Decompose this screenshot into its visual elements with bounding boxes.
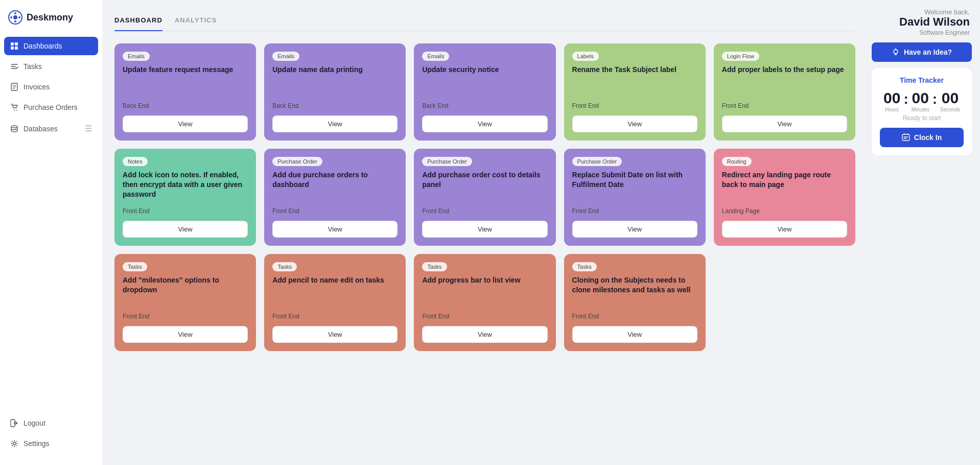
sidebar-item-purchase-orders-label: Purchase Orders	[24, 103, 78, 111]
card-card-13: Tasks Add progress bar to list view Fron…	[414, 254, 555, 351]
logo-icon	[8, 10, 22, 25]
databases-menu-icon: ☰	[85, 124, 92, 133]
card-view-button[interactable]: View	[722, 221, 847, 238]
card-view-button[interactable]: View	[272, 115, 398, 132]
card-badge: Emails	[422, 52, 449, 61]
card-view-button[interactable]: View	[123, 326, 248, 343]
tab-dashboard[interactable]: DASHBOARD	[114, 12, 162, 31]
svg-point-5	[18, 16, 20, 18]
minutes-value: 00	[912, 90, 929, 106]
svg-point-2	[14, 12, 16, 14]
card-view-button[interactable]: View	[123, 221, 248, 238]
idea-button-label: Have an Idea?	[904, 48, 952, 56]
welcome-section: Welcome back, David Wilson Software Engi…	[872, 8, 972, 36]
sidebar-item-tasks[interactable]: Tasks	[4, 57, 98, 76]
databases-icon	[10, 125, 18, 133]
seconds-label: Seconds	[940, 107, 960, 112]
settings-icon	[10, 439, 18, 448]
card-view-button[interactable]: View	[422, 221, 547, 238]
card-view-button[interactable]: View	[572, 221, 697, 238]
tab-analytics[interactable]: ANALYTICS	[175, 12, 217, 31]
card-card-6: Notes Add lock icon to notes. If enabled…	[114, 149, 256, 246]
purchase-orders-icon	[10, 103, 18, 111]
sidebar-item-dashboards[interactable]: Dashboards	[4, 37, 98, 55]
colon-1: :	[903, 91, 908, 107]
ready-status: Ready to start	[880, 114, 964, 122]
have-an-idea-button[interactable]: Have an Idea?	[872, 42, 972, 62]
sidebar-item-tasks-label: Tasks	[24, 62, 42, 71]
card-subtitle: Back End	[123, 102, 248, 109]
card-title: Replace Submit Date on list with Fulfilm…	[572, 170, 697, 203]
card-badge: Notes	[123, 157, 148, 166]
card-badge: Emails	[272, 52, 299, 61]
logout-icon	[10, 419, 18, 427]
time-tracker-card: Time Tracker 00 Hours : 00 Minutes : 00 …	[872, 68, 972, 155]
card-card-9: Purchase Order Replace Submit Date on li…	[564, 149, 706, 246]
user-role: Software Engineer	[872, 29, 970, 36]
nav-items: Dashboards Tasks Invoices Purchase Order…	[0, 37, 102, 414]
card-view-button[interactable]: View	[572, 115, 697, 132]
card-card-8: Purchase Order Add purchase order cost t…	[414, 149, 555, 246]
hours-label: Hours	[885, 107, 899, 112]
sidebar-item-logout[interactable]: Logout	[4, 414, 98, 432]
card-subtitle: Front End	[123, 207, 248, 215]
card-badge: Purchase Order	[572, 157, 622, 166]
sidebar-item-databases-label: Databases	[24, 125, 58, 133]
seconds-segment: 00 Seconds	[940, 90, 960, 112]
svg-point-3	[14, 20, 16, 22]
card-title: Update security notice	[422, 65, 547, 98]
card-title: Add due purchase orders to dashboard	[272, 170, 398, 203]
card-view-button[interactable]: View	[722, 115, 847, 132]
minutes-label: Minutes	[912, 107, 929, 112]
card-card-14: Tasks Cloning on the Subjects needs to c…	[564, 254, 706, 351]
card-subtitle: Back End	[422, 102, 547, 109]
tabs-bar: DASHBOARD ANALYTICS	[114, 12, 855, 31]
svg-point-1	[13, 15, 17, 19]
card-title: Update name data printing	[272, 65, 398, 98]
card-view-button[interactable]: View	[422, 115, 547, 132]
card-subtitle: Front End	[572, 207, 697, 215]
sidebar-item-purchase-orders[interactable]: Purchase Orders	[4, 98, 98, 117]
card-card-2: Emails Update name data printing Back En…	[264, 43, 406, 141]
card-title: Add proper labels to the setup page	[722, 65, 847, 98]
sidebar-item-settings[interactable]: Settings	[4, 434, 98, 453]
card-badge: Tasks	[123, 262, 147, 271]
card-subtitle: Front End	[722, 102, 847, 109]
svg-point-12	[16, 110, 17, 111]
card-subtitle: Front End	[572, 102, 697, 109]
sidebar-item-dashboards-label: Dashboards	[24, 42, 62, 50]
svg-rect-6	[11, 42, 14, 45]
card-view-button[interactable]: View	[272, 221, 398, 238]
lightbulb-icon	[892, 48, 900, 56]
time-tracker-title: Time Tracker	[880, 76, 964, 84]
sidebar: Deskmony Dashboards Tasks Invoice	[0, 0, 102, 465]
sidebar-item-invoices[interactable]: Invoices	[4, 78, 98, 96]
card-card-11: Tasks Add "milestones" options to dropdo…	[114, 254, 256, 351]
svg-rect-7	[15, 42, 18, 45]
right-panel: Welcome back, David Wilson Software Engi…	[868, 0, 980, 465]
card-view-button[interactable]: View	[422, 326, 547, 343]
card-badge: Tasks	[422, 262, 447, 271]
welcome-greeting: Welcome back,	[872, 8, 970, 16]
card-title: Add "milestones" options to dropdown	[123, 275, 248, 309]
card-view-button[interactable]: View	[572, 326, 697, 343]
card-subtitle: Landing Page	[722, 207, 847, 215]
sidebar-item-databases[interactable]: Databases ☰	[4, 119, 98, 138]
card-subtitle: Front End	[422, 207, 547, 215]
card-card-12: Tasks Add pencil to name edit on tasks F…	[264, 254, 406, 351]
card-badge: Tasks	[572, 262, 597, 271]
card-title: Rename the Task Subject label	[572, 65, 697, 98]
card-view-button[interactable]: View	[272, 326, 398, 343]
card-card-7: Purchase Order Add due purchase orders t…	[264, 149, 406, 246]
clock-in-button[interactable]: Clock In	[880, 128, 964, 147]
svg-point-11	[14, 110, 15, 111]
card-view-button[interactable]: View	[123, 115, 248, 132]
sidebar-bottom: Logout Settings	[0, 414, 102, 455]
app-name: Deskmony	[27, 12, 73, 23]
cards-grid: Emails Update feature request message Ba…	[114, 43, 855, 351]
main-content: DASHBOARD ANALYTICS Emails Update featur…	[102, 0, 868, 465]
minutes-segment: 00 Minutes	[912, 90, 929, 112]
card-title: Add lock icon to notes. If enabled, then…	[123, 170, 248, 203]
card-card-10: Routing Redirect any landing page route …	[714, 149, 855, 246]
svg-point-13	[11, 126, 17, 128]
